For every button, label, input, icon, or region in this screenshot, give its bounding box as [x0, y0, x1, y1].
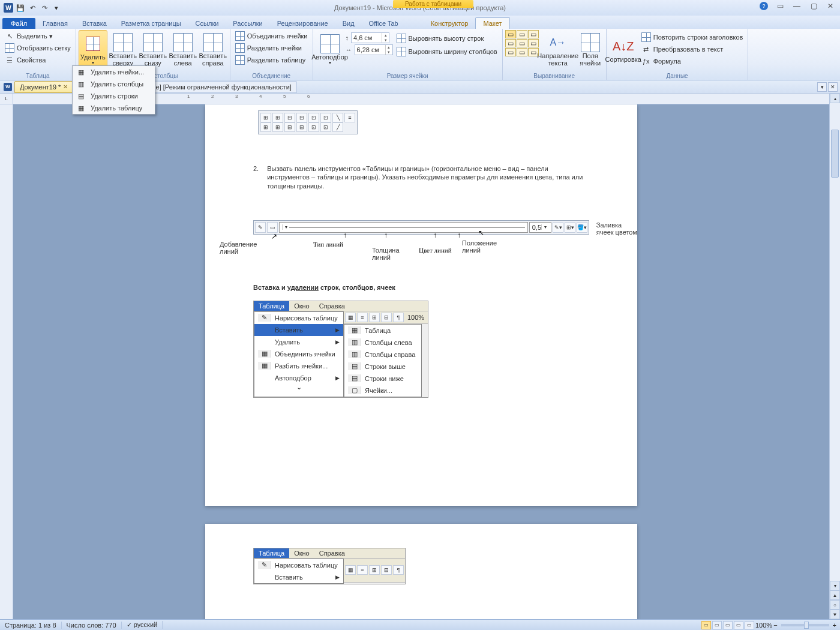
insert-right-icon: [203, 33, 223, 52]
insert-above-icon: [113, 33, 133, 52]
repeat-icon: [641, 32, 651, 42]
tab-home[interactable]: Главная: [35, 18, 75, 29]
cursor-icon: ↖: [5, 31, 14, 41]
save-icon[interactable]: 💾: [16, 3, 25, 13]
tabs-close-icon[interactable]: ✕: [828, 82, 838, 92]
row-height-icon: ↕: [346, 34, 349, 41]
convert-icon: ⇄: [641, 44, 651, 54]
group-size-label: Размер ячейки: [316, 72, 500, 80]
tab-insert[interactable]: Вставка: [75, 18, 114, 29]
group-data-label: Данные: [609, 72, 746, 80]
sort-icon: A↓Z: [614, 37, 633, 56]
tab-view[interactable]: Вид: [335, 18, 362, 29]
titlebar: W 💾 ↶ ↷ ▾ Документ19 - Microsoft Word (С…: [0, 0, 840, 16]
group-merge: Объединить ячейки Разделить ячейки Разде…: [230, 29, 313, 80]
sort-button[interactable]: A↓ZСортировка: [609, 30, 638, 70]
tab-office-tab[interactable]: Office Tab: [362, 18, 406, 29]
word-small-icon: W: [4, 83, 12, 91]
insert-right-button[interactable]: Вставить справа: [199, 30, 227, 70]
text-direction-button[interactable]: A→Направление текста: [540, 30, 576, 70]
delete-dropdown: ▦Удалить ячейки... ▥Удалить столбцы ▤Уда…: [72, 65, 155, 94]
tab-page-layout[interactable]: Разметка страницы: [114, 18, 188, 29]
alignment-grid[interactable]: ▭▭▭ ▭▭▭ ▭▭▭: [505, 30, 539, 56]
delete-button[interactable]: Удалить▾: [79, 30, 107, 70]
delete-rows-icon: ▤: [76, 91, 86, 94]
text-direction-icon: A→: [548, 33, 568, 52]
autofit-icon: [320, 34, 340, 53]
select-button[interactable]: ↖Выделить ▾: [2, 30, 73, 42]
tab-table-design[interactable]: Конструктор: [424, 18, 476, 29]
doc-tab-1[interactable]: Документ19 *✕: [14, 81, 73, 93]
ribbon-minimize-icon[interactable]: ▭: [773, 1, 787, 11]
col-width-icon: ↔: [346, 46, 352, 53]
tab-review[interactable]: Рецензирование: [270, 18, 335, 29]
insert-left-button[interactable]: Вставить слева: [169, 30, 197, 70]
delete-rows-item[interactable]: ▤Удалить строки: [73, 90, 155, 94]
maximize-icon[interactable]: ▢: [806, 1, 821, 11]
formula-button[interactable]: ƒxФормула: [639, 55, 746, 67]
cell-margins-button[interactable]: Поля ячейки: [577, 30, 604, 70]
distribute-rows-button[interactable]: Выровнять высоту строк: [394, 32, 500, 44]
row-height-input[interactable]: ▴▾: [351, 32, 389, 43]
tab-references[interactable]: Ссылки: [188, 18, 226, 29]
qat-more-icon[interactable]: ▾: [52, 3, 61, 13]
formula-icon: ƒx: [641, 56, 651, 66]
insert-above-button[interactable]: Вставить сверху: [109, 30, 137, 70]
merge-icon: [235, 31, 245, 41]
autofit-button[interactable]: Автоподбор▾: [316, 30, 344, 70]
table-tools-label: Работа с таблицами: [393, 0, 473, 8]
ribbon-tabs: Файл Главная Вставка Разметка страницы С…: [0, 16, 840, 29]
insert-below-button[interactable]: Вставить снизу: [139, 30, 167, 70]
redo-icon[interactable]: ↷: [40, 3, 49, 13]
distribute-cols-button[interactable]: Выровнять ширину столбцов: [394, 46, 500, 58]
tab-table-layout[interactable]: Макет: [475, 17, 509, 29]
tab-close-icon[interactable]: ✕: [63, 83, 68, 90]
group-align-label: Выравнивание: [505, 72, 604, 80]
tab-file[interactable]: Файл: [2, 18, 35, 29]
tabs-dropdown-icon[interactable]: ▾: [817, 82, 827, 92]
delete-table-icon: [83, 34, 103, 53]
group-cell-size: Автоподбор▾ ↕▴▾ ↔▴▾ Выровнять высоту стр…: [313, 29, 503, 80]
undo-icon[interactable]: ↶: [28, 3, 37, 13]
group-data: A↓ZСортировка Повторить строки заголовко…: [607, 29, 749, 80]
dist-cols-icon: [397, 47, 406, 56]
group-table-label: Таблица: [2, 72, 73, 80]
delete-cols-item[interactable]: ▥Удалить столбцы: [73, 78, 155, 90]
table-tools-contextual: Работа с таблицами: [393, 0, 473, 16]
tab-mailings[interactable]: Рассылки: [226, 18, 269, 29]
repeat-header-button[interactable]: Повторить строки заголовков: [639, 31, 746, 43]
insert-below-icon: [143, 33, 163, 52]
delete-cells-icon: ▦: [76, 67, 86, 77]
properties-icon: ☰: [5, 55, 14, 65]
delete-cells-item[interactable]: ▦Удалить ячейки...: [73, 66, 155, 78]
split-cells-button[interactable]: Разделить ячейки: [233, 42, 310, 54]
split-table-button[interactable]: Разделить таблицу: [233, 54, 310, 66]
col-width-input[interactable]: ▴▾: [355, 44, 393, 55]
grid-icon: [5, 43, 14, 53]
delete-cols-icon: ▥: [76, 79, 86, 89]
quick-access-toolbar: W 💾 ↶ ↷ ▾: [0, 3, 65, 13]
dist-rows-icon: [397, 34, 406, 43]
merge-cells-button: Объединить ячейки: [233, 30, 310, 42]
show-grid-button[interactable]: Отобразить сетку: [2, 42, 73, 54]
margins-icon: [581, 33, 600, 52]
group-merge-label: Объединение: [233, 72, 310, 80]
convert-text-button[interactable]: ⇄Преобразовать в текст: [639, 43, 746, 55]
help-icon[interactable]: ?: [760, 2, 768, 10]
properties-button[interactable]: ☰Свойства: [2, 54, 73, 66]
split-table-icon: [235, 55, 245, 65]
group-alignment: ▭▭▭ ▭▭▭ ▭▭▭ A→Направление текста Поля яч…: [503, 29, 607, 80]
group-table: ↖Выделить ▾ Отобразить сетку ☰Свойства Т…: [0, 29, 76, 80]
close-icon[interactable]: ✕: [823, 1, 838, 11]
minimize-icon[interactable]: —: [790, 1, 804, 11]
insert-left-icon: [173, 33, 193, 52]
split-icon: [235, 43, 245, 53]
word-icon: W: [4, 3, 13, 13]
